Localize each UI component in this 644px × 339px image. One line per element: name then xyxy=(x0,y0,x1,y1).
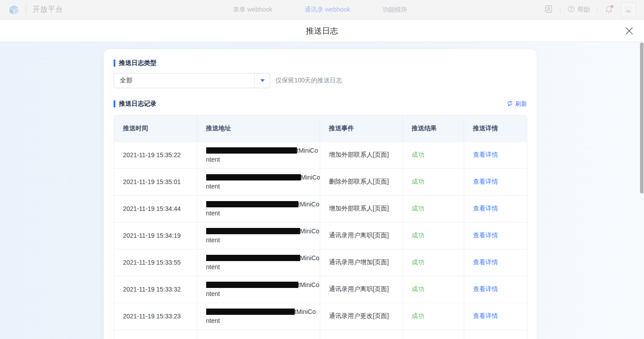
divider xyxy=(560,6,560,13)
close-icon[interactable] xyxy=(624,26,634,36)
divider xyxy=(26,6,26,14)
notification-dot xyxy=(610,5,614,8)
url-wrap-line: ntent xyxy=(206,155,320,164)
cell-push-result: 成功 xyxy=(402,222,464,249)
view-detail-link[interactable]: 查看详情 xyxy=(473,258,498,266)
nav-tab-modules[interactable]: 功能模块 xyxy=(382,6,407,14)
view-detail-link[interactable]: 查看详情 xyxy=(473,312,498,319)
cell-push-time: 2021-11-19 15:35:01 xyxy=(114,168,197,195)
nav-tab-contacts-webhook[interactable]: 通讯录 webhook xyxy=(305,6,350,14)
cell-push-time: 2021-11-19 15:33:55 xyxy=(114,249,197,276)
push-log-table: 推送时间推送地址推送事件推送结果推送详情 2021-11-19 15:35:22… xyxy=(114,115,527,339)
cell-push-detail: 查看详情 xyxy=(464,168,527,195)
top-nav: 开放平台 表单 webhook 通讯录 webhook 功能模块 xyxy=(0,0,644,20)
content-area: 推送日志类型 全部 仅保留100天的推送日志 推送日志记录 xyxy=(0,42,644,339)
table-row: 2021-11-19 15:35:01MiniContent删除外部联系人[页面… xyxy=(114,168,527,195)
nav-tabs: 表单 webhook 通讯录 webhook 功能模块 xyxy=(233,0,407,20)
nav-tab-form-webhook[interactable]: 表单 webhook xyxy=(233,6,272,14)
url-line: tMiniCo xyxy=(206,307,320,316)
table-row: 2021-11-19 15:33:32tMiniContent通讯录用户离职[页… xyxy=(114,276,527,303)
status-success: 成功 xyxy=(412,232,424,239)
help-button[interactable]: 帮助 xyxy=(568,5,590,14)
refresh-button[interactable]: 刷新 xyxy=(507,100,527,108)
column-header: 推送时间 xyxy=(114,116,197,142)
table-row: 2021-11-19 15:33:55MiniContent通讯录用户增加[页面… xyxy=(114,249,527,276)
url-visible-tail: tMiniCo xyxy=(298,201,319,208)
view-detail-link[interactable]: 查看详情 xyxy=(473,205,498,212)
cell-push-url: tMiniContent xyxy=(197,195,320,222)
cell-push-detail: 查看详情 xyxy=(464,303,527,330)
url-line: tMiniCo xyxy=(206,280,320,289)
divider xyxy=(597,6,597,13)
url-visible-tail: MiniCo xyxy=(300,254,320,262)
empty-cell xyxy=(197,330,320,339)
url-wrap-line: ntent xyxy=(206,209,320,218)
cell-push-detail: 查看详情 xyxy=(464,222,527,249)
redacted-url-bar xyxy=(206,309,295,315)
question-circle-icon xyxy=(568,5,575,14)
table-row: 2021-11-19 15:33:23tMiniContent通讯录用户更改[页… xyxy=(114,303,527,330)
cell-push-time: 2021-11-19 15:35:22 xyxy=(114,142,197,168)
cell-push-url: MiniContent xyxy=(197,168,320,195)
cell-push-result: 成功 xyxy=(402,249,464,276)
url-wrap-line: ntent xyxy=(206,316,320,325)
section-bar xyxy=(114,60,115,67)
cell-push-detail: 查看详情 xyxy=(464,142,527,168)
cell-push-event: 通讯录用户更改[页面] xyxy=(320,303,402,330)
caret-down-icon xyxy=(260,79,265,82)
section-title: 推送日志类型 xyxy=(119,59,157,67)
url-visible-tail: tMiniCo xyxy=(298,281,319,288)
select-value: 全部 xyxy=(114,77,254,85)
url-visible-tail: tMiniCo xyxy=(297,147,318,154)
url-visible-tail: tMiniCo xyxy=(295,308,316,315)
select-arrow-box xyxy=(254,73,270,88)
view-detail-link[interactable]: 查看详情 xyxy=(473,178,498,185)
cell-push-result: 成功 xyxy=(402,142,464,168)
empty-cell xyxy=(402,330,464,339)
status-success: 成功 xyxy=(412,178,424,185)
table-row: 2021-11-19 15:34:19MiniContent通讯录用户离职[页面… xyxy=(114,222,527,249)
broken-image-icon[interactable] xyxy=(621,2,636,17)
url-visible-tail: MiniCo xyxy=(301,174,320,181)
section-bar xyxy=(114,100,115,107)
log-type-select[interactable]: 全部 xyxy=(114,73,270,88)
cell-push-url: tMiniContent xyxy=(197,276,320,303)
cell-push-time: 2021-11-19 15:33:32 xyxy=(114,276,197,303)
empty-cell xyxy=(320,330,402,339)
redacted-url-bar xyxy=(206,282,298,288)
cell-push-time: 2021-11-19 15:33:23 xyxy=(114,303,197,330)
bell-icon[interactable] xyxy=(605,5,614,14)
url-wrap-line: ntent xyxy=(206,236,320,245)
url-visible-tail: MiniCo xyxy=(300,227,320,235)
contact-book-icon[interactable] xyxy=(544,4,553,15)
empty-cell xyxy=(464,330,527,339)
cell-push-time: 2021-11-19 15:34:19 xyxy=(114,222,197,249)
redacted-url-bar xyxy=(206,255,300,261)
url-line: MiniCo xyxy=(206,253,320,262)
redacted-url-bar xyxy=(206,228,300,234)
cell-push-event: 通讯录用户离职[页面] xyxy=(320,222,402,249)
section-title: 推送日志记录 xyxy=(119,100,157,108)
cell-push-detail: 查看详情 xyxy=(464,195,527,222)
status-success: 成功 xyxy=(412,312,424,319)
cell-push-event: 通讯录用户离职[页面] xyxy=(320,276,402,303)
cell-push-url: MiniContent xyxy=(197,222,320,249)
table-row: 2021-11-19 15:35:22tMiniContent增加外部联系人[页… xyxy=(114,142,527,168)
retention-note: 仅保留100天的推送日志 xyxy=(275,77,342,85)
view-detail-link[interactable]: 查看详情 xyxy=(473,232,498,239)
url-wrap-line: ntent xyxy=(206,289,320,298)
url-line: MiniCo xyxy=(206,173,320,182)
status-success: 成功 xyxy=(412,285,424,292)
url-wrap-line: ntent xyxy=(206,262,320,271)
modal-header: 推送日志 xyxy=(0,20,644,42)
scrollbar-thumb[interactable] xyxy=(640,43,644,193)
table-header-row: 推送时间推送地址推送事件推送结果推送详情 xyxy=(114,116,527,142)
column-header: 推送事件 xyxy=(320,116,402,142)
help-label: 帮助 xyxy=(577,6,590,14)
view-detail-link[interactable]: 查看详情 xyxy=(473,285,498,292)
redacted-url-bar xyxy=(206,147,297,154)
push-log-card: 推送日志类型 全部 仅保留100天的推送日志 推送日志记录 xyxy=(104,49,537,339)
cell-push-result: 成功 xyxy=(402,195,464,222)
screen: 开放平台 表单 webhook 通讯录 webhook 功能模块 xyxy=(0,0,644,339)
view-detail-link[interactable]: 查看详情 xyxy=(473,151,498,158)
